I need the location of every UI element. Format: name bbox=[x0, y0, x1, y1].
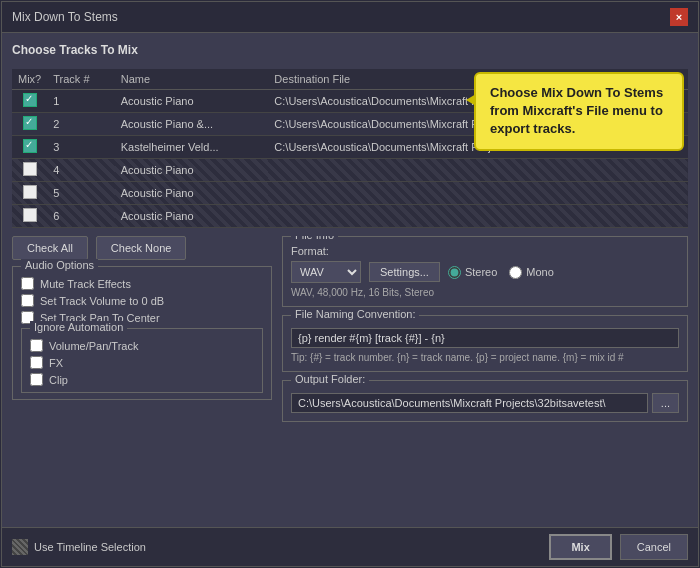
clip-row: Clip bbox=[30, 373, 254, 386]
track-name: Acoustic Piano bbox=[115, 159, 269, 182]
check-all-button[interactable]: Check All bbox=[12, 236, 88, 260]
volume-pan-row: Volume/Pan/Track bbox=[30, 339, 254, 352]
table-row: 5Acoustic Piano bbox=[12, 182, 688, 205]
set-volume-row: Set Track Volume to 0 dB bbox=[21, 294, 263, 307]
naming-group: File Naming Convention: Tip: {#} = track… bbox=[282, 315, 688, 372]
audio-options-group: Audio Options Mute Track Effects Set Tra… bbox=[12, 266, 272, 400]
mix-checkbox-cell bbox=[12, 182, 47, 205]
stereo-label: Stereo bbox=[465, 266, 497, 278]
mix-checkbox-cell bbox=[12, 90, 47, 113]
mix-checkbox-icon[interactable] bbox=[23, 208, 37, 222]
clip-label: Clip bbox=[49, 374, 68, 386]
ignore-automation-group: Ignore Automation Volume/Pan/Track FX Cl… bbox=[21, 328, 263, 393]
cancel-button[interactable]: Cancel bbox=[620, 534, 688, 560]
track-name: Kastelheimer Veld... bbox=[115, 136, 269, 159]
radio-group: Stereo Mono bbox=[448, 266, 554, 279]
mono-radio[interactable] bbox=[509, 266, 522, 279]
mix-checkbox-icon[interactable] bbox=[23, 185, 37, 199]
mix-checkbox-cell bbox=[12, 113, 47, 136]
mix-checkbox-icon[interactable] bbox=[23, 162, 37, 176]
track-number: 3 bbox=[47, 136, 115, 159]
fx-label: FX bbox=[49, 357, 63, 369]
tooltip-text: Choose Mix Down To Stems from Mixcraft's… bbox=[490, 85, 663, 136]
mute-track-label: Mute Track Effects bbox=[40, 278, 131, 290]
dialog-title: Mix Down To Stems bbox=[12, 10, 118, 24]
track-number: 2 bbox=[47, 113, 115, 136]
table-row: 6Acoustic Piano bbox=[12, 205, 688, 228]
left-panel: Check All Check None Audio Options Mute … bbox=[12, 236, 272, 517]
mix-checkbox-cell bbox=[12, 205, 47, 228]
action-buttons: Mix Cancel bbox=[549, 534, 688, 560]
track-name: Acoustic Piano bbox=[115, 205, 269, 228]
dialog-window: Mix Down To Stems × Choose Tracks To Mix… bbox=[1, 1, 699, 567]
fx-row: FX bbox=[30, 356, 254, 369]
settings-button[interactable]: Settings... bbox=[369, 262, 440, 282]
destination-file bbox=[268, 205, 688, 228]
col-mix: Mix? bbox=[12, 69, 47, 90]
volume-pan-label: Volume/Pan/Track bbox=[49, 340, 138, 352]
naming-label: File Naming Convention: bbox=[291, 308, 419, 320]
fx-checkbox[interactable] bbox=[30, 356, 43, 369]
right-panel: File Info Format: WAV Settings... Stereo bbox=[282, 236, 688, 517]
format-label: Format: bbox=[291, 245, 679, 257]
footer: Use Timeline Selection Mix Cancel bbox=[2, 527, 698, 566]
mix-checkbox-icon[interactable] bbox=[23, 116, 37, 130]
volume-pan-checkbox[interactable] bbox=[30, 339, 43, 352]
mix-checkbox-icon[interactable] bbox=[23, 93, 37, 107]
ignore-automation-label: Ignore Automation bbox=[30, 321, 127, 333]
tooltip-bubble: Choose Mix Down To Stems from Mixcraft's… bbox=[474, 72, 684, 151]
track-number: 6 bbox=[47, 205, 115, 228]
destination-file bbox=[268, 159, 688, 182]
track-number: 1 bbox=[47, 90, 115, 113]
mute-track-checkbox[interactable] bbox=[21, 277, 34, 290]
mix-checkbox-cell bbox=[12, 159, 47, 182]
clip-checkbox[interactable] bbox=[30, 373, 43, 386]
set-volume-label: Set Track Volume to 0 dB bbox=[40, 295, 164, 307]
check-none-button[interactable]: Check None bbox=[96, 236, 187, 260]
track-number: 5 bbox=[47, 182, 115, 205]
table-row: 4Acoustic Piano bbox=[12, 159, 688, 182]
mix-checkbox-cell bbox=[12, 136, 47, 159]
audio-options-label: Audio Options bbox=[21, 259, 98, 271]
output-row: ... bbox=[291, 393, 679, 413]
section-title: Choose Tracks To Mix bbox=[12, 43, 688, 57]
mute-track-row: Mute Track Effects bbox=[21, 277, 263, 290]
format-info: WAV, 48,000 Hz, 16 Bits, Stereo bbox=[291, 287, 679, 298]
title-bar: Mix Down To Stems × bbox=[2, 2, 698, 33]
track-name: Acoustic Piano &... bbox=[115, 113, 269, 136]
format-select[interactable]: WAV bbox=[291, 261, 361, 283]
check-buttons: Check All Check None bbox=[12, 236, 272, 260]
output-group: Output Folder: ... bbox=[282, 380, 688, 422]
timeline-label: Use Timeline Selection bbox=[34, 541, 146, 553]
close-button[interactable]: × bbox=[670, 8, 688, 26]
file-info-group: File Info Format: WAV Settings... Stereo bbox=[282, 236, 688, 307]
mix-button[interactable]: Mix bbox=[549, 534, 611, 560]
output-label: Output Folder: bbox=[291, 373, 369, 385]
stereo-radio[interactable] bbox=[448, 266, 461, 279]
mono-label: Mono bbox=[526, 266, 554, 278]
browse-button[interactable]: ... bbox=[652, 393, 679, 413]
track-name: Acoustic Piano bbox=[115, 182, 269, 205]
set-volume-checkbox[interactable] bbox=[21, 294, 34, 307]
stereo-radio-label[interactable]: Stereo bbox=[448, 266, 497, 279]
mono-radio-label[interactable]: Mono bbox=[509, 266, 554, 279]
timeline-stripe-icon bbox=[12, 539, 28, 555]
format-row: WAV Settings... Stereo Mono bbox=[291, 261, 679, 283]
col-name: Name bbox=[115, 69, 269, 90]
track-number: 4 bbox=[47, 159, 115, 182]
naming-input[interactable] bbox=[291, 328, 679, 348]
track-name: Acoustic Piano bbox=[115, 90, 269, 113]
naming-tip: Tip: {#} = track number. {n} = track nam… bbox=[291, 352, 679, 363]
bottom-section: Check All Check None Audio Options Mute … bbox=[12, 236, 688, 517]
timeline-row: Use Timeline Selection bbox=[12, 539, 146, 555]
file-info-label: File Info bbox=[291, 236, 338, 241]
col-track: Track # bbox=[47, 69, 115, 90]
destination-file bbox=[268, 182, 688, 205]
mix-checkbox-icon[interactable] bbox=[23, 139, 37, 153]
output-input[interactable] bbox=[291, 393, 648, 413]
